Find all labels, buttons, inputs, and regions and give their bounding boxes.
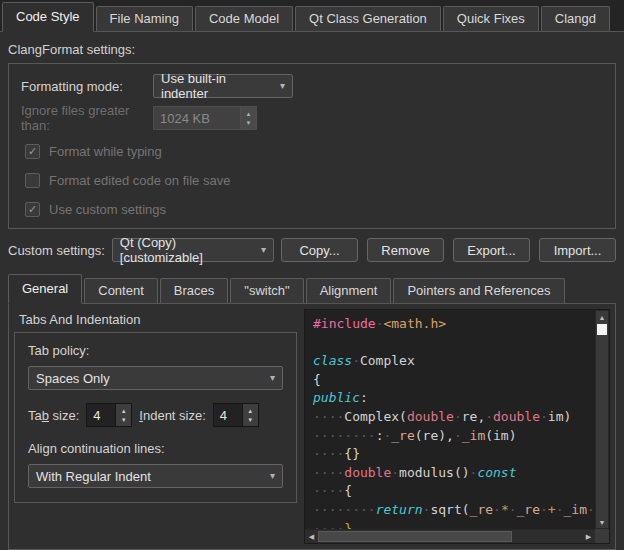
settings-tab-bar: Code Style File Naming Code Model Qt Cla…: [0, 0, 624, 32]
tab-size-stepper[interactable]: 4 ▲ ▼: [86, 403, 132, 427]
tab-quick-fixes[interactable]: Quick Fixes: [443, 6, 539, 31]
checkbox-label: Format while typing: [49, 144, 162, 159]
code-line: ····double·modulus()·const: [313, 464, 595, 483]
tab-clangd[interactable]: Clangd: [541, 6, 610, 31]
export-button[interactable]: Export...: [453, 238, 530, 262]
code-line: ····}: [313, 520, 595, 529]
indent-size-label: Indent size:: [139, 408, 206, 423]
tab-label: Code Model: [209, 11, 279, 26]
tab-alignment[interactable]: Alignment: [306, 278, 392, 303]
copy-button[interactable]: Copy...: [281, 238, 358, 262]
tab-label: Clangd: [555, 11, 596, 26]
align-continuation-select[interactable]: With Regular Indent ▾: [28, 464, 283, 488]
code-preview[interactable]: #include·<math.h>class·Complex{public:··…: [304, 309, 610, 544]
spinner-arrows-icon[interactable]: ▲ ▼: [243, 403, 259, 427]
format-on-save-checkbox: Format edited code on file save: [25, 166, 603, 195]
spin-up-icon: ▲: [246, 111, 252, 117]
tab-qt-class-generation[interactable]: Qt Class Generation: [295, 6, 441, 31]
clangformat-settings-label: ClangFormat settings:: [8, 40, 616, 63]
checkbox-label: Format edited code on file save: [49, 173, 230, 188]
code-line: [313, 334, 595, 353]
custom-settings-select[interactable]: Qt (Copy) [customizable] ▾: [112, 238, 274, 262]
tab-label: General: [22, 281, 68, 296]
checkbox-checked-icon: ✓: [25, 202, 40, 217]
tab-label: File Naming: [110, 11, 179, 26]
formatting-mode-row: Formatting mode: Use built-in indenter ▾: [21, 73, 603, 99]
tab-code-model[interactable]: Code Model: [195, 6, 293, 31]
tab-switch[interactable]: "switch": [230, 278, 303, 303]
format-while-typing-checkbox: ✓ Format while typing: [25, 137, 603, 166]
ignore-files-value: 1024 KB: [153, 106, 241, 130]
tab-policy-select[interactable]: Spaces Only ▾: [28, 366, 283, 390]
tab-pointers-references[interactable]: Pointers and References: [393, 278, 564, 303]
indent-size-stepper[interactable]: 4 ▲ ▼: [213, 403, 259, 427]
remove-button[interactable]: Remove: [367, 238, 444, 262]
indent-size-value: 4: [213, 403, 243, 427]
spin-down-icon: ▼: [121, 417, 127, 423]
code-style-content: ClangFormat settings: Formatting mode: U…: [0, 32, 624, 550]
import-button[interactable]: Import...: [539, 238, 616, 262]
tab-size-label: Tab size:: [28, 408, 79, 423]
tab-content[interactable]: Content: [84, 278, 158, 303]
tab-general[interactable]: General: [8, 274, 82, 304]
vertical-scrollbar[interactable]: ▲ ▼: [595, 310, 609, 529]
tab-policy-value: Spaces Only: [36, 371, 110, 386]
spin-up-icon: ▲: [247, 408, 253, 414]
code-line: public:: [313, 389, 595, 408]
tab-policy-label: Tab policy:: [28, 343, 283, 358]
spin-down-icon: ▼: [246, 120, 252, 126]
code-style-settings-page: Code Style File Naming Code Model Qt Cla…: [0, 0, 624, 550]
code-line: ····Complex(double·re,·double·im): [313, 408, 595, 427]
code-style-tab-bar: General Content Braces "switch" Alignmen…: [8, 272, 616, 304]
code-line: ········:·_re(re),·_im(im): [313, 427, 595, 446]
formatting-mode-label: Formatting mode:: [21, 79, 153, 94]
formatting-mode-value: Use built-in indenter: [161, 71, 272, 101]
custom-settings-value: Qt (Copy) [customizable]: [120, 235, 253, 265]
horizontal-scrollbar[interactable]: ◀ ▶: [305, 529, 595, 543]
code-preview-text: #include·<math.h>class·Complex{public:··…: [305, 310, 595, 529]
align-continuation-label: Align continuation lines:: [28, 441, 283, 456]
check-icon: ✓: [28, 204, 37, 215]
code-line: class·Complex: [313, 352, 595, 371]
tab-label: Content: [98, 283, 144, 298]
tab-label: Pointers and References: [407, 283, 550, 298]
scroll-left-icon[interactable]: ◀: [305, 530, 318, 543]
ignore-files-row: Ignore files greater than: 1024 KB ▲ ▼: [21, 105, 603, 131]
tab-size-value: 4: [86, 403, 116, 427]
scroll-up-icon[interactable]: ▲: [596, 311, 608, 323]
vertical-scroll-handle[interactable]: [597, 324, 607, 335]
scroll-down-icon[interactable]: ▼: [596, 516, 608, 528]
spinner-arrows-icon: ▲ ▼: [241, 106, 257, 130]
code-line: #include·<math.h>: [313, 315, 595, 334]
ignore-files-spinbox: 1024 KB ▲ ▼: [153, 106, 257, 130]
tab-label: "switch": [244, 283, 289, 298]
spin-up-icon: ▲: [121, 408, 127, 414]
ignore-files-label: Ignore files greater than:: [21, 103, 153, 133]
tab-label: Quick Fixes: [457, 11, 525, 26]
tabs-indentation-title: Tabs And Indentation: [14, 309, 297, 332]
tab-label: Alignment: [320, 283, 378, 298]
custom-settings-label: Custom settings:: [8, 243, 105, 258]
scroll-right-icon[interactable]: ▶: [582, 530, 595, 543]
tab-file-naming[interactable]: File Naming: [96, 6, 193, 31]
tab-braces[interactable]: Braces: [160, 278, 228, 303]
horizontal-scroll-handle[interactable]: [318, 531, 512, 542]
scrollbar-corner: [595, 529, 609, 543]
spin-down-icon: ▼: [247, 417, 253, 423]
tab-code-style[interactable]: Code Style: [2, 2, 94, 32]
tab-label: Code Style: [16, 9, 80, 24]
use-custom-settings-checkbox: ✓ Use custom settings: [25, 195, 603, 224]
tab-label: Qt Class Generation: [309, 11, 427, 26]
formatting-mode-select[interactable]: Use built-in indenter ▾: [153, 74, 293, 98]
tabs-indentation-column: Tabs And Indentation Tab policy: Spaces …: [14, 309, 297, 544]
tabs-indentation-group: Tab policy: Spaces Only ▾ Tab size: 4 ▲ …: [14, 332, 297, 503]
check-icon: ✓: [28, 146, 37, 157]
code-line: ····{}: [313, 445, 595, 464]
chevron-down-icon: ▾: [270, 373, 275, 383]
spinner-arrows-icon[interactable]: ▲ ▼: [116, 403, 132, 427]
checkbox-label: Use custom settings: [49, 202, 166, 217]
chevron-down-icon: ▾: [280, 81, 285, 91]
chevron-down-icon: ▾: [270, 471, 275, 481]
general-tab-pane: Tabs And Indentation Tab policy: Spaces …: [8, 304, 616, 550]
clangformat-settings-group: Formatting mode: Use built-in indenter ▾…: [8, 63, 616, 229]
